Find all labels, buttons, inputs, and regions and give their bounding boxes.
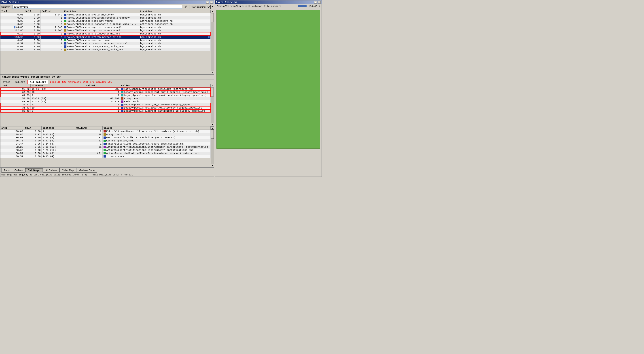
callers-row[interactable]: 52.79 13-53 (39) 43 391 Array::each: [0, 97, 211, 100]
callee-row[interactable]: 98.85 0.47 2-13 (2) 89 Array::each: [0, 133, 211, 136]
cell-incl: 30.54: [0, 152, 24, 155]
nav-all-callees-button[interactable]: All Callees: [43, 168, 60, 173]
cell-distance: 2-13 (2): [42, 133, 75, 136]
callee-row[interactable]: 36.76 0.00 5-47 (5) 22 Kernel::public_se…: [0, 139, 211, 142]
callers-scroll-thumb[interactable]: [211, 88, 214, 97]
scroll-up-button[interactable]: ▲: [211, 10, 214, 13]
callee-scrollbar[interactable]: ▲ ▼: [211, 126, 214, 167]
callee-row[interactable]: 32.22 0.01 8-38 (13) 21 ActiveSupport/No…: [0, 145, 211, 149]
nav-caller-map-button[interactable]: Caller Map: [60, 168, 76, 173]
callers-row[interactable]: 64.33 10 1 LegacyHearing::appellant_emai…: [0, 91, 211, 94]
callers-row[interactable]: 64.33 9 1 LegacyAppeal::appellant_email_…: [0, 94, 211, 97]
scroll-down-button[interactable]: ▼: [211, 71, 214, 74]
callee-scroll-thumb[interactable]: [211, 130, 214, 139]
col-self-callee[interactable]: Self: [24, 126, 42, 130]
col-callee[interactable]: Callee: [102, 126, 210, 130]
flat-profile-row[interactable]: 0.000.006Fakes/BGSService::can_access_ca…: [0, 45, 211, 48]
flat-profile-row[interactable]: 0.170.002Fakes/BGSService::fetch_veteran…: [0, 32, 211, 36]
cell-self: 0.00: [24, 48, 41, 51]
parts-minimize-button[interactable]: ▣: [314, 1, 317, 4]
cell-distance: 3-14 (3): [42, 152, 75, 155]
cell-distance: 11-16 (12): [31, 88, 85, 91]
col-location[interactable]: Location: [139, 10, 210, 13]
callers-scroll-down[interactable]: ▼: [211, 123, 214, 126]
col-distance[interactable]: Distance: [31, 84, 85, 88]
flat-profile-row[interactable]: 0.050.051 849Fakes/BGSService::veteran_s…: [0, 13, 211, 17]
nav-call-graph-button[interactable]: Call Graph: [25, 168, 43, 173]
cell-calling: 37: [75, 136, 103, 139]
search-input[interactable]: [12, 5, 182, 9]
grouping-select[interactable]: (No Grouping): [189, 5, 211, 9]
flat-profile-row[interactable]: 113.950.002Fakes/BGSService::fetch_perso…: [0, 36, 211, 39]
callee-row[interactable]: 30.54 0.00 3-14 (3) (0) ActionDispatch/R…: [0, 152, 211, 155]
cell-self: 0.47: [24, 133, 42, 136]
nav-callees-button[interactable]: Callees: [12, 168, 25, 173]
callers-row[interactable]: 35.43 11 1 LegacyAppeal::power_of_attorn…: [0, 103, 211, 106]
callee-row[interactable]: 36.91 0.00 4-46 (4) 37 FastJsonapi/Attri…: [0, 136, 211, 139]
flat-profile-row[interactable]: 44.880.101 846Fakes/BGSService::get_vete…: [0, 26, 211, 29]
parts-close-button[interactable]: ✕: [318, 1, 321, 4]
cell-distance: 3-14 (3): [42, 142, 75, 145]
cell-caller: LegacyAppeal::new_power_of_attorney (leg…: [120, 106, 211, 109]
callers-table: Incl. Distance Called Caller 98.72 11-16…: [0, 84, 211, 113]
cell-self: 0.00: [24, 32, 41, 36]
cell-incl: 0.00: [0, 20, 24, 23]
callers-row[interactable]: 41.88 12-22 (13) 36 718 Hash::each: [0, 100, 211, 103]
cell-self: 0.00: [24, 130, 42, 133]
callee-scroll-track: [211, 130, 214, 164]
col-incl[interactable]: Incl.: [0, 10, 24, 13]
tab-types[interactable]: Types: [1, 80, 12, 84]
col-calling[interactable]: Calling: [75, 126, 103, 130]
col-function[interactable]: Function: [63, 10, 139, 13]
search-clear-button[interactable]: 🖊: [183, 5, 188, 9]
nav-parts-button[interactable]: Parts: [1, 168, 12, 173]
col-called-callers[interactable]: Called: [85, 84, 120, 88]
callee-row[interactable]: 30.54 0.00 4-15 (4) ... ...more rows...: [0, 155, 211, 158]
callers-scroll-up[interactable]: ▲: [211, 84, 214, 87]
callee-scroll-up[interactable]: ▲: [211, 126, 214, 130]
flat-profile-row[interactable]: 0.000.006Fakes/BGSService::inaccessible_…: [0, 23, 211, 26]
cell-called: 1: [85, 103, 120, 106]
cell-called: 1: [41, 16, 63, 20]
col-self[interactable]: Self: [24, 10, 41, 13]
col-distance-callee[interactable]: Distance: [42, 126, 75, 130]
cell-function: Fakes/BGSService::fetch_veteran_info: [63, 32, 139, 36]
col-incl-callers[interactable]: Incl.: [0, 84, 31, 88]
callee-scroll-down[interactable]: ▼: [211, 164, 214, 167]
flat-profile-row[interactable]: 0.520.001Fakes/BGSService::veteran_recor…: [0, 16, 211, 20]
flat-profile-row[interactable]: 0.000.0012Fakes/BGSService::current_user…: [0, 39, 211, 42]
callers-row[interactable]: 98.72 11-16 (12) 886 FastJsonapi/Attribu…: [0, 88, 211, 91]
tab-all-callers[interactable]: All Callers: [28, 80, 48, 84]
callers-scrollbar[interactable]: ▲ ▼: [211, 84, 214, 126]
parts-overview-titlebar: Parts Overview ▣ ✕: [215, 1, 322, 4]
nav-machine-code-button[interactable]: Machine Code: [76, 168, 97, 173]
cell-caller: LegacyAppeal::claimant_participant_id (l…: [120, 109, 211, 113]
callers-row[interactable]: 35.43 9 1 LegacyAppeal::claimant_partici…: [0, 109, 211, 113]
flat-profile-table-container[interactable]: Incl. Self Called Function Location 0.05…: [0, 10, 211, 74]
cell-function: Fakes/BGSService::get_veteran_record^: [63, 26, 139, 29]
callee-row[interactable]: 100.00 0.00 1 2 Fakes/VeteranStore::all_…: [0, 130, 211, 133]
cell-self: 0.00: [24, 16, 41, 20]
cell-location: attribute_accessors.rb: [139, 20, 210, 23]
callers-table-container[interactable]: Incl. Distance Called Caller 98.72 11-16…: [0, 84, 211, 126]
flat-profile-scrollbar[interactable]: ▲ ▼: [211, 10, 214, 74]
callers-row[interactable]: 35.43 10 1 LegacyAppeal::new_power_of_at…: [0, 106, 211, 109]
flat-profile-row[interactable]: 0.520.001Fakes/BGSService::create_vetera…: [0, 42, 211, 45]
flat-profile-row[interactable]: 112.860.201 846Fakes/BGSService::get_vet…: [0, 29, 211, 32]
cell-called: 1: [85, 94, 120, 97]
minimize-button[interactable]: ▣: [206, 1, 209, 4]
tab-callers[interactable]: Callers: [13, 80, 27, 84]
close-button[interactable]: ✕: [210, 1, 213, 4]
col-called[interactable]: Called: [41, 10, 63, 13]
col-caller[interactable]: Caller: [120, 84, 211, 88]
cell-incl: 0.05: [0, 13, 24, 17]
callee-table-container[interactable]: Incl. Self Distance Calling Callee 100.0…: [0, 126, 211, 167]
col-incl-callee[interactable]: Incl.: [0, 126, 24, 130]
scroll-thumb[interactable]: [211, 13, 214, 22]
flat-profile-row[interactable]: 0.000.002Fakes/BGSService::ssn_not_found…: [0, 20, 211, 23]
cell-incl: 35.43: [0, 109, 31, 113]
callee-row[interactable]: 34.47 0.06 3-14 (3) 1 Fakes/BGSService::…: [0, 142, 211, 145]
callers-scroll-track: [211, 87, 214, 123]
callee-row[interactable]: 30.62 0.00 7-23 (12) 4 ActiveSupport/Not…: [0, 149, 211, 152]
flat-profile-row[interactable]: 0.000.006Fakes/BGSService::can_access_ca…: [0, 48, 211, 51]
